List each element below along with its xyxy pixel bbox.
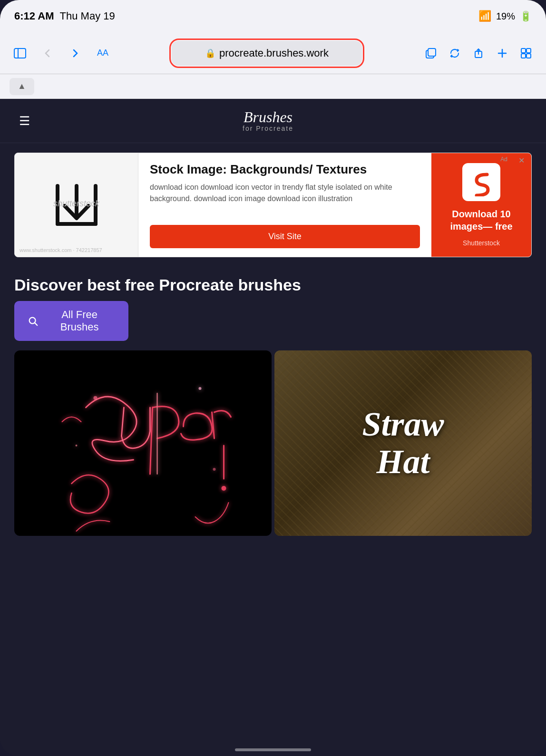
wifi-icon: 📶: [478, 10, 491, 22]
svg-point-20: [213, 468, 216, 471]
site-logo: Brushes for Procreate: [243, 109, 293, 132]
ad-middle: Stock Image: Backgrounds/ Textures downl…: [138, 153, 431, 257]
brush-grid: StrawHat: [0, 350, 546, 536]
url-text: procreate.brushes.work: [219, 47, 329, 59]
grid-button[interactable]: [516, 43, 536, 64]
svg-rect-9: [526, 48, 531, 53]
ad-cta-button[interactable]: Visit Site: [150, 225, 420, 248]
new-tab-button[interactable]: [492, 43, 513, 64]
browse-btn-label: All Free Brushes: [44, 309, 115, 333]
svg-rect-18: [48, 350, 238, 536]
back-button[interactable]: [37, 43, 58, 64]
ad-close-button[interactable]: ✕: [518, 156, 525, 165]
status-bar: 6:12 AM Thu May 19 📶 19% 🔋: [0, 0, 546, 32]
ad-banner[interactable]: Ad ✕ shutterstock www.shutterstock.com ·…: [14, 153, 532, 257]
svg-rect-11: [526, 54, 531, 58]
status-left: 6:12 AM Thu May 19: [14, 10, 115, 22]
search-icon: [28, 315, 38, 327]
svg-line-17: [35, 323, 37, 325]
ipad-frame: 6:12 AM Thu May 19 📶 19% 🔋 AA 🔒: [0, 0, 546, 756]
site-logo-sub: for Procreate: [243, 125, 293, 132]
svg-point-23: [222, 486, 226, 491]
battery-level: 19%: [496, 11, 515, 22]
site-header: ☰ Brushes for Procreate: [0, 99, 546, 143]
collapse-button[interactable]: ▲: [10, 78, 34, 95]
reload-button[interactable]: [444, 43, 465, 64]
website: ☰ Brushes for Procreate Ad ✕ shutterstoc…: [0, 99, 546, 756]
share-button[interactable]: [468, 43, 489, 64]
neon-brush-artwork: [14, 350, 272, 536]
safari-toolbar: AA 🔒 procreate.brushes.work: [0, 32, 546, 74]
svg-rect-8: [521, 48, 526, 53]
tabs-button[interactable]: [420, 43, 441, 64]
ad-label: Ad: [500, 156, 507, 163]
page-heading: Discover best free Procreate brushes: [0, 267, 546, 301]
status-date: Thu May 19: [60, 10, 115, 22]
browse-all-brushes-button[interactable]: All Free Brushes: [14, 301, 128, 341]
battery-icon: 🔋: [520, 10, 532, 22]
ad-image-left: shutterstock www.shutterstock.com · 7422…: [15, 153, 138, 257]
url-bar[interactable]: 🔒 procreate.brushes.work: [172, 41, 362, 66]
shutterstock-watermark: shutterstock: [53, 199, 99, 209]
ad-description: download icon download icon vector in tr…: [150, 182, 420, 204]
status-right: 📶 19% 🔋: [478, 10, 532, 22]
collapse-icon: ▲: [18, 81, 26, 91]
svg-rect-10: [521, 54, 526, 58]
ad-right-title: Download 10 images— free: [441, 208, 522, 233]
forward-button[interactable]: [65, 43, 86, 64]
ad-website-label: www.shutterstock.com · 742217857: [20, 247, 102, 253]
svg-rect-0: [14, 48, 26, 58]
site-logo-text: Brushes: [243, 109, 293, 125]
sidebar-toggle-button[interactable]: [10, 43, 30, 64]
ad-right-panel: Download 10 images— free Shutterstock: [431, 153, 531, 257]
home-indicator: [235, 748, 311, 751]
status-time: 6:12 AM: [14, 10, 54, 22]
svg-point-22: [199, 387, 202, 390]
ad-title: Stock Image: Backgrounds/ Textures: [150, 162, 420, 178]
toolbar-right-buttons: [420, 43, 536, 64]
shutterstock-logo: [462, 163, 500, 201]
aa-button[interactable]: AA: [92, 43, 113, 64]
ad-right-sub: Shutterstock: [463, 239, 500, 247]
ad-content: Stock Image: Backgrounds/ Textures downl…: [150, 162, 420, 204]
lock-icon: 🔒: [205, 48, 215, 58]
straw-hat-text: StrawHat: [362, 406, 444, 481]
hamburger-menu-icon[interactable]: ☰: [19, 114, 30, 128]
svg-rect-3: [428, 48, 436, 56]
main-content: ☰ Brushes for Procreate Ad ✕ shutterstoc…: [0, 99, 546, 756]
url-bar-wrapper: 🔒 procreate.brushes.work: [120, 41, 414, 66]
brush-card-straw-hat[interactable]: StrawHat: [274, 350, 532, 536]
svg-point-21: [76, 445, 78, 446]
brush-card-neon[interactable]: [14, 350, 272, 536]
scroll-indicator-bar: ▲: [0, 74, 546, 99]
shutterstock-logo-svg: [467, 168, 496, 196]
